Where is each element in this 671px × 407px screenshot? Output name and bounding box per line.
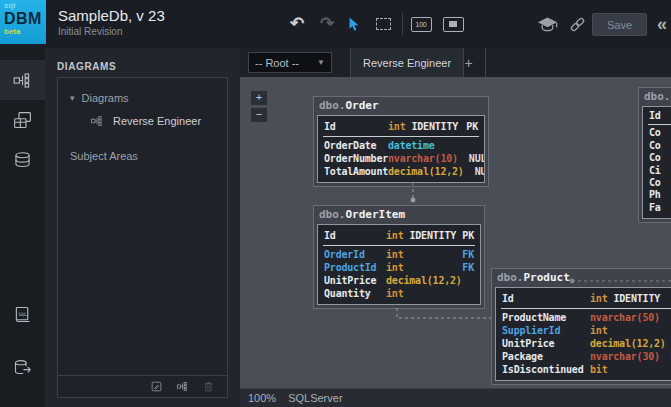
table-column-row[interactable]: TotalAmountdecimal(12,2)NULL [318, 165, 484, 178]
table-column-row[interactable]: Ci [643, 165, 671, 177]
table-card-partial[interactable]: dbo. IdCoCoCoCiCoPhFa [638, 87, 671, 223]
column-name: SupplierId [502, 324, 590, 337]
column-name: Co [649, 140, 671, 152]
table-column-row[interactable]: Co [643, 127, 671, 139]
tab-reverse-engineer[interactable]: Reverse Engineer [350, 48, 464, 77]
table-card-product[interactable]: dbo.Product IdintIDENTITYPKProductNamenv… [491, 268, 671, 385]
diagram-canvas[interactable]: + − dbo.Order IdintIDENTITYPKOrderDateda… [240, 77, 671, 388]
zoom-out-button[interactable]: − [250, 107, 268, 123]
table-pk-row[interactable]: Id [643, 110, 671, 122]
root-folder-dropdown[interactable]: -- Root -- ▼ [248, 52, 332, 73]
save-button[interactable]: Save [592, 13, 647, 36]
column-name: ProductName [502, 311, 590, 324]
column-type: int [590, 324, 607, 337]
sidebar-item-database[interactable] [0, 140, 45, 180]
table-column-row[interactable]: UnitPricedecimal(12,2) [318, 274, 480, 287]
sidebar-item-forward-engineer[interactable] [0, 347, 45, 387]
sidebar-item-tables[interactable] [0, 100, 45, 140]
column-name: OrderNumber [324, 152, 388, 165]
table-column-row[interactable]: IsDiscontinuedbit [496, 363, 671, 376]
cursor-arrow-icon [344, 15, 363, 34]
panel-title: DIAGRAMS [45, 48, 240, 72]
sqldbm-logo[interactable]: sql DBM beta [0, 0, 46, 44]
tree-item-diagrams-label: Diagrams [82, 92, 129, 104]
table-column-row[interactable]: OrderIdintFK [318, 248, 480, 261]
column-identity-flag: IDENTITY [613, 291, 660, 306]
column-name: Id [324, 119, 388, 134]
add-tab-button[interactable]: + [452, 48, 486, 77]
redo-button[interactable]: ↷ [316, 13, 338, 35]
table-column-row[interactable]: SupplierIdintFK [496, 324, 671, 337]
fit-to-screen-button[interactable] [442, 13, 464, 35]
table-column-row[interactable]: ProductIdintFK [318, 261, 480, 274]
revisions-collapse-button[interactable]: « [651, 13, 671, 35]
tab-label: Reverse Engineer [363, 57, 451, 69]
sidebar-item-diagrams[interactable] [0, 60, 45, 100]
logo-beta-badge: beta [4, 27, 42, 36]
column-name: Ci [649, 165, 671, 177]
table-column-row[interactable]: Co [643, 177, 671, 189]
column-name: IsDiscontinued [502, 363, 590, 376]
column-name: Co [649, 177, 671, 189]
delete-diagram-icon[interactable] [202, 380, 215, 393]
edit-diagram-icon[interactable] [150, 380, 163, 393]
table-column-row[interactable]: OrderDatedatetime [318, 139, 484, 152]
column-type: nvarchar(50) [590, 311, 660, 324]
table-schema: dbo. [319, 99, 346, 112]
share-link-button[interactable] [566, 13, 588, 35]
column-nullable-flag: NULL [469, 152, 485, 165]
table-column-row[interactable]: Ph [643, 189, 671, 201]
column-type: bit [590, 363, 607, 376]
table-column-row[interactable]: OrderNumbernvarchar(10)NULL [318, 152, 484, 165]
column-type: int [386, 248, 403, 261]
table-pk-row[interactable]: IdintIDENTITYPK [318, 119, 484, 134]
chevron-down-icon: ▼ [317, 58, 325, 67]
table-card-orderitem[interactable]: dbo.OrderItem IdintIDENTITYPKOrderIdintF… [313, 205, 485, 309]
table-column-row[interactable]: Quantityint [318, 287, 480, 300]
table-column-row[interactable]: Co [643, 152, 671, 164]
column-type: nvarchar(10) [388, 152, 458, 165]
marquee-select-tool-button[interactable] [372, 13, 394, 35]
tree-item-subject-areas-label: Subject Areas [70, 150, 138, 162]
zoom-100-label: 100 [416, 21, 427, 28]
tree-item-subject-areas[interactable]: Subject Areas [58, 146, 227, 166]
learn-button[interactable] [536, 13, 558, 35]
table-card-order[interactable]: dbo.Order IdintIDENTITYPKOrderDatedateti… [313, 96, 489, 187]
new-diagram-icon[interactable] [176, 380, 189, 393]
redo-icon: ↷ [320, 14, 334, 34]
sidebar-item-sql-script[interactable]: SQL [0, 294, 45, 334]
column-name: ProductId [324, 261, 386, 274]
app-window: sql DBM beta SampleDb, v 23 Initial Revi… [0, 0, 671, 407]
table-column-row[interactable]: UnitPricedecimal(12,2)NULL [496, 337, 671, 350]
zoom-100-button[interactable]: 100 [410, 13, 432, 35]
tables-icon [12, 110, 33, 131]
undo-button[interactable]: ↶ [286, 13, 308, 35]
link-icon [568, 15, 587, 34]
diagrams-tree-box: ▾ Diagrams Reverse Engineer Subject Area… [57, 77, 228, 398]
table-column-row[interactable]: ProductNamenvarchar(50) [496, 311, 671, 324]
table-name: Order [346, 99, 379, 112]
column-type: decimal(12,2) [386, 274, 462, 287]
pk-separator [323, 136, 479, 137]
tree-item-diagrams[interactable]: ▾ Diagrams [58, 88, 227, 108]
pointer-tool-button[interactable] [342, 13, 364, 35]
table-column-row[interactable]: Fa [643, 202, 671, 214]
column-name: Id [324, 228, 386, 243]
top-bar: sql DBM beta SampleDb, v 23 Initial Revi… [0, 0, 671, 48]
canvas-zoom-controls: + − [250, 90, 268, 123]
document-title-block: SampleDb, v 23 Initial Revision [58, 7, 165, 38]
column-name: Quantity [324, 287, 386, 300]
tree-item-reverse-engineer[interactable]: Reverse Engineer [58, 110, 227, 132]
toolbar-divider [402, 13, 403, 35]
table-pk-row[interactable]: IdintIDENTITYPK [318, 228, 480, 243]
diagram-explorer-icon [12, 70, 33, 91]
column-name: Co [649, 152, 671, 164]
left-icon-strip: SQL [0, 48, 45, 407]
column-type: int [388, 119, 405, 134]
zoom-in-button[interactable]: + [250, 90, 268, 106]
document-title: SampleDb, v 23 [58, 7, 165, 25]
table-column-row[interactable]: Co [643, 140, 671, 152]
database-icon [12, 150, 33, 171]
table-column-row[interactable]: Packagenvarchar(30)NULL [496, 350, 671, 363]
table-pk-row[interactable]: IdintIDENTITYPK [496, 291, 671, 306]
